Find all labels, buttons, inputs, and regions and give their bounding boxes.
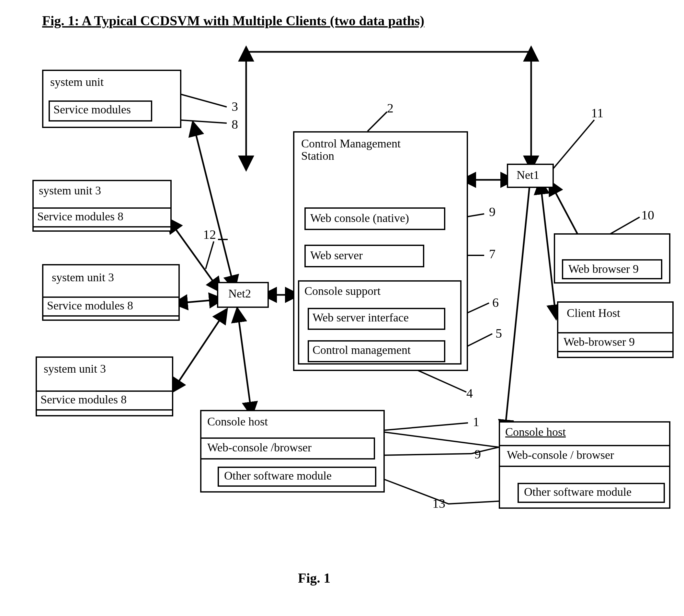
system-unit-1-title: system unit: [50, 76, 104, 88]
figure-title: Fig. 1: A Typical CCDSVM with Multiple C…: [42, 13, 424, 28]
system-unit-3-module-label: Service modules 8: [47, 300, 133, 312]
system-unit-4-module-label: Service modules 8: [41, 394, 127, 406]
system-unit-3-title: system unit 3: [52, 271, 114, 284]
ref-4: 4: [466, 386, 473, 401]
ref-9b: 9: [475, 446, 481, 462]
ref-12-underscore: [218, 226, 228, 241]
console-host-left-other-label: Other software module: [224, 470, 332, 482]
ref-2: 2: [387, 101, 393, 116]
system-unit-4-title: system unit 3: [44, 363, 106, 375]
net1-label: Net1: [517, 169, 539, 181]
cms-web-server-interface-label: Web server interface: [313, 312, 409, 324]
ref-5: 5: [496, 326, 502, 341]
ref-12: 12: [203, 227, 216, 242]
console-host-right-browser-label: Web-console / browser: [507, 449, 614, 461]
ref-13: 13: [432, 496, 445, 511]
ref-3: 3: [232, 99, 238, 114]
cms-title: Control Management Station: [301, 138, 457, 162]
cms-web-console-label: Web console (native): [310, 212, 409, 224]
cms-web-server-label: Web server: [310, 249, 363, 262]
console-host-left-title: Console host: [207, 416, 268, 428]
ref-8: 8: [232, 117, 238, 132]
system-unit-1-module-label: Service modules: [53, 104, 131, 116]
ref-1: 1: [473, 414, 479, 430]
system-unit-2-title: system unit 3: [39, 185, 101, 197]
ref-7: 7: [489, 246, 496, 262]
client-host-browser-label: Web-browser 9: [564, 336, 635, 348]
ref-10: 10: [641, 207, 654, 223]
console-host-left-browser-label: Web-console /browser: [207, 442, 312, 454]
cms-control-management-label: Control management: [313, 344, 411, 356]
console-host-right-title: Console host: [505, 426, 566, 438]
ref-11: 11: [591, 105, 604, 120]
system-unit-2-module-label: Service modules 8: [37, 211, 123, 223]
console-host-right-other-label: Other software module: [524, 486, 632, 498]
client-top-browser-label: Web browser 9: [568, 263, 639, 276]
ref-9a: 9: [489, 204, 496, 219]
cms-console-support-label: Console support: [304, 285, 381, 298]
figure-caption: Fig. 1: [298, 570, 330, 586]
client-host-title: Client Host: [567, 307, 620, 320]
net2-label: Net2: [228, 288, 251, 300]
ref-6: 6: [492, 295, 499, 310]
